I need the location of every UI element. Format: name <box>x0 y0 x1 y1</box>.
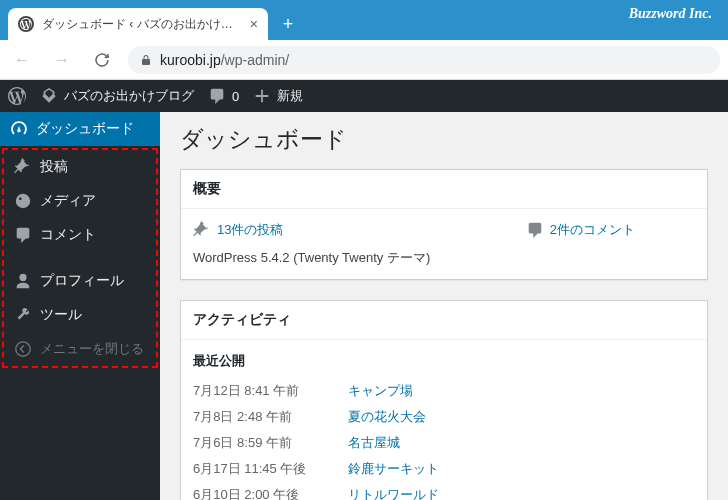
overview-heading: 概要 <box>181 170 707 209</box>
admin-sidebar: ダッシュボード 投稿 メディア コメント プロフィール ツール <box>0 112 160 500</box>
comment-icon <box>14 226 32 244</box>
browser-tab[interactable]: ダッシュボード ‹ バズのお出かけブログ × <box>8 8 268 40</box>
pin-icon <box>14 158 32 176</box>
sidebar-collapse[interactable]: メニューを閉じる <box>4 332 156 366</box>
activity-row: 7月12日 8:41 午前キャンプ場 <box>193 378 695 404</box>
reload-button[interactable] <box>88 46 116 74</box>
collapse-icon <box>14 340 32 358</box>
highlight-box: 投稿 メディア コメント プロフィール ツール メニューを閉じる <box>2 148 158 368</box>
activity-list: 7月12日 8:41 午前キャンプ場7月8日 2:48 午前夏の花火大会7月6日… <box>193 378 695 500</box>
activity-link[interactable]: 夏の花火大会 <box>348 408 426 426</box>
sidebar-label: プロフィール <box>40 272 124 290</box>
dashboard-icon <box>10 120 28 138</box>
content-area: ダッシュボード 概要 13件の投稿 2件のコメント WordPress 5.4.… <box>160 112 728 500</box>
close-icon[interactable]: × <box>250 16 258 32</box>
new-content-menu[interactable]: 新規 <box>253 87 303 105</box>
wp-favicon <box>18 16 34 32</box>
activity-heading: アクティビティ <box>181 301 707 340</box>
comment-count: 0 <box>232 89 239 104</box>
activity-row: 7月8日 2:48 午前夏の花火大会 <box>193 404 695 430</box>
comments-menu[interactable]: 0 <box>208 87 239 105</box>
forward-button[interactable]: → <box>48 46 76 74</box>
site-name-label: バズのお出かけブログ <box>64 87 194 105</box>
pin-icon <box>193 221 211 239</box>
overview-posts-link[interactable]: 13件の投稿 <box>193 221 283 239</box>
back-button[interactable]: ← <box>8 46 36 74</box>
recent-published-label: 最近公開 <box>193 352 695 370</box>
overview-comments-link[interactable]: 2件のコメント <box>526 221 635 239</box>
activity-link[interactable]: 鈴鹿サーキット <box>348 460 439 478</box>
sidebar-label: メディア <box>40 192 96 210</box>
sidebar-item-dashboard[interactable]: ダッシュボード <box>0 112 160 146</box>
activity-link[interactable]: リトルワールド <box>348 486 439 500</box>
sidebar-item-comments[interactable]: コメント <box>4 218 156 252</box>
activity-link[interactable]: キャンプ場 <box>348 382 413 400</box>
sidebar-item-posts[interactable]: 投稿 <box>4 150 156 184</box>
brand-label: Buzzword Inc. <box>629 6 712 22</box>
sidebar-label: ダッシュボード <box>36 120 134 138</box>
activity-box: アクティビティ 最近公開 7月12日 8:41 午前キャンプ場7月8日 2:48… <box>180 300 708 500</box>
sidebar-label: コメント <box>40 226 96 244</box>
overview-box: 概要 13件の投稿 2件のコメント WordPress 5.4.2 (Twent… <box>180 169 708 280</box>
wp-logo-menu[interactable] <box>8 87 26 105</box>
sidebar-item-profile[interactable]: プロフィール <box>4 264 156 298</box>
activity-date: 6月17日 11:45 午後 <box>193 460 348 478</box>
media-icon <box>14 192 32 210</box>
sidebar-label: 投稿 <box>40 158 68 176</box>
site-name-menu[interactable]: バズのお出かけブログ <box>40 87 194 105</box>
wrench-icon <box>14 306 32 324</box>
lock-icon <box>140 54 152 66</box>
sidebar-label: ツール <box>40 306 82 324</box>
activity-link[interactable]: 名古屋城 <box>348 434 400 452</box>
new-tab-button[interactable]: + <box>274 10 302 38</box>
new-label: 新規 <box>277 87 303 105</box>
user-icon <box>14 272 32 290</box>
tab-title: ダッシュボード ‹ バズのお出かけブログ <box>42 16 242 33</box>
wp-admin-toolbar: バズのお出かけブログ 0 新規 <box>0 80 728 112</box>
activity-date: 7月6日 8:59 午前 <box>193 434 348 452</box>
comment-icon <box>526 221 544 239</box>
activity-row: 6月17日 11:45 午後鈴鹿サーキット <box>193 456 695 482</box>
activity-date: 7月8日 2:48 午前 <box>193 408 348 426</box>
activity-row: 7月6日 8:59 午前名古屋城 <box>193 430 695 456</box>
page-title: ダッシュボード <box>180 124 708 155</box>
wp-body: ダッシュボード 投稿 メディア コメント プロフィール ツール <box>0 112 728 500</box>
url-text: kuroobi.jp/wp-admin/ <box>160 52 289 68</box>
svg-point-0 <box>16 342 30 356</box>
tab-bar: ダッシュボード ‹ バズのお出かけブログ × + <box>0 0 728 40</box>
activity-date: 7月12日 8:41 午前 <box>193 382 348 400</box>
activity-row: 6月10日 2:00 午後リトルワールド <box>193 482 695 500</box>
address-bar: ← → kuroobi.jp/wp-admin/ <box>0 40 728 80</box>
url-input[interactable]: kuroobi.jp/wp-admin/ <box>128 46 720 74</box>
activity-date: 6月10日 2:00 午後 <box>193 486 348 500</box>
sidebar-item-media[interactable]: メディア <box>4 184 156 218</box>
overview-posts-label: 13件の投稿 <box>217 221 283 239</box>
overview-comments-label: 2件のコメント <box>550 221 635 239</box>
browser-chrome: Buzzword Inc. ダッシュボード ‹ バズのお出かけブログ × + ←… <box>0 0 728 80</box>
sidebar-label: メニューを閉じる <box>40 340 144 358</box>
sidebar-item-tools[interactable]: ツール <box>4 298 156 332</box>
wp-version-text: WordPress 5.4.2 (Twenty Twenty テーマ) <box>193 249 695 267</box>
